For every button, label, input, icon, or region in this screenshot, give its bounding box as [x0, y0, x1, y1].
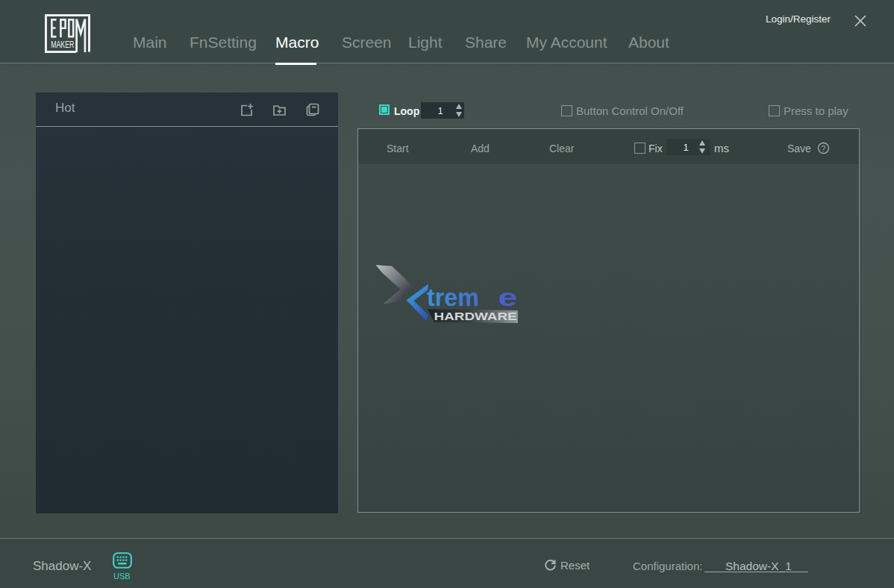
- svg-text:trem: trem: [427, 284, 479, 311]
- svg-text:MAKER: MAKER: [51, 40, 74, 50]
- svg-text:e: e: [498, 284, 518, 311]
- svg-text:?: ?: [822, 144, 826, 153]
- svg-text:HARDWARE: HARDWARE: [434, 310, 517, 322]
